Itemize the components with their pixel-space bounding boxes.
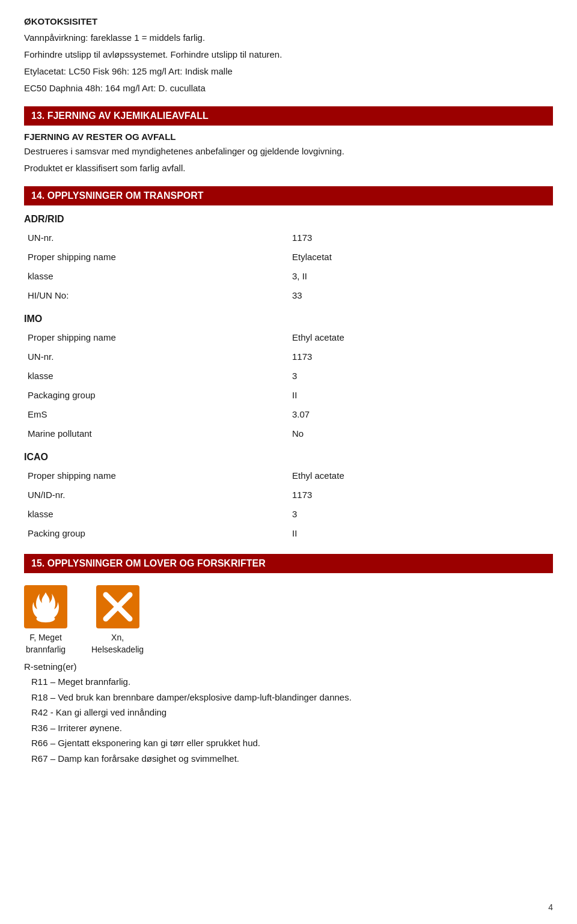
ecotox-line-1: Vannpåvirkning: fareklasse 1 = middels f…: [24, 31, 553, 45]
section13-body2: Produktet er klassifisert som farlig avf…: [24, 161, 553, 175]
row-label: Proper shipping name: [24, 466, 288, 485]
row-label: HI/UN No:: [24, 286, 288, 305]
row-value: No: [288, 424, 553, 443]
section13-header: 13. FJERNING AV KJEMIKALIEAVFALL: [24, 106, 553, 126]
table-row: EmS3.07: [24, 405, 553, 424]
row-value: Ethyl acetate: [288, 328, 553, 347]
section15-header: 15. OPPLYSNINGER OM LOVER OG FORSKRIFTER: [24, 554, 553, 573]
hazard-icons-row: F, Meget brannfarlig Xn, Helseskadelig: [24, 585, 553, 655]
row-value: 3: [288, 505, 553, 524]
row-label: Marine pollutant: [24, 424, 288, 443]
r-setning-item: R67 – Damp kan forårsake døsighet og svi…: [31, 751, 553, 767]
table-row: Proper shipping nameEthyl acetate: [24, 328, 553, 347]
row-value: II: [288, 524, 553, 543]
table-row: klasse3, II: [24, 267, 553, 286]
row-value: 3.07: [288, 405, 553, 424]
r-setning-item: R18 – Ved bruk kan brennbare damper/eksp…: [31, 690, 553, 705]
section13-body1: Destrueres i samsvar med myndighetenes a…: [24, 144, 553, 159]
row-label: Proper shipping name: [24, 248, 288, 267]
row-label: EmS: [24, 405, 288, 424]
r-setning-block: R-setning(er) R11 – Meget brannfarlig.R1…: [24, 661, 553, 766]
row-value: 33: [288, 286, 553, 305]
row-value: II: [288, 386, 553, 405]
row-label: Packaging group: [24, 386, 288, 405]
table-row: Proper shipping nameEtylacetat: [24, 248, 553, 267]
table-row: UN-nr.1173: [24, 228, 553, 248]
r-setning-list: R11 – Meget brannfarlig.R18 – Ved bruk k…: [24, 674, 553, 766]
flammable-icon: [24, 585, 67, 628]
r-setning-item: R11 – Meget brannfarlig.: [31, 674, 553, 690]
ecotox-line-4: EC50 Daphnia 48h: 164 mg/l Art: D. cucul…: [24, 81, 553, 96]
ecotoxicity-block: ØKOTOKSISITET Vannpåvirkning: fareklasse…: [24, 14, 553, 96]
section14-header: 14. OPPLYSNINGER OM TRANSPORT: [24, 186, 553, 205]
ecotoxicity-title: ØKOTOKSISITET: [24, 14, 553, 28]
row-label: Proper shipping name: [24, 328, 288, 347]
row-value: Etylacetat: [288, 248, 553, 267]
adr-table: UN-nr.1173Proper shipping nameEtylacetat…: [24, 228, 553, 305]
section13-subtitle: FJERNING AV RESTER OG AVFALL: [24, 132, 553, 142]
table-row: HI/UN No:33: [24, 286, 553, 305]
row-label: UN-nr.: [24, 347, 288, 366]
row-label: klasse: [24, 267, 288, 286]
table-row: UN/ID-nr.1173: [24, 485, 553, 505]
r-setning-item: R36 – Irriterer øynene.: [31, 720, 553, 736]
icao-table: Proper shipping nameEthyl acetateUN/ID-n…: [24, 466, 553, 543]
imo-table: Proper shipping nameEthyl acetateUN-nr.1…: [24, 328, 553, 443]
row-value: 3: [288, 366, 553, 386]
table-row: klasse3: [24, 505, 553, 524]
row-label: UN-nr.: [24, 228, 288, 248]
hazard-flammable-label: F, Meget brannfarlig: [26, 632, 66, 655]
row-label: Packing group: [24, 524, 288, 543]
row-label: klasse: [24, 505, 288, 524]
imo-title: IMO: [24, 314, 553, 324]
row-value: 1173: [288, 228, 553, 248]
table-row: klasse3: [24, 366, 553, 386]
row-value: 1173: [288, 485, 553, 505]
hazard-harmful-label: Xn, Helseskadelig: [91, 632, 144, 655]
r-setning-title: R-setning(er): [24, 661, 553, 672]
harmful-icon: [96, 585, 139, 628]
table-row: Packing groupII: [24, 524, 553, 543]
ecotox-line-2: Forhindre utslipp til avløpssystemet. Fo…: [24, 47, 553, 62]
table-row: Proper shipping nameEthyl acetate: [24, 466, 553, 485]
row-value: 1173: [288, 347, 553, 366]
row-value: Ethyl acetate: [288, 466, 553, 485]
r-setning-item: R42 - Kan gi allergi ved innånding: [31, 705, 553, 720]
row-label: UN/ID-nr.: [24, 485, 288, 505]
row-label: klasse: [24, 366, 288, 386]
table-row: Marine pollutantNo: [24, 424, 553, 443]
table-row: Packaging groupII: [24, 386, 553, 405]
icao-title: ICAO: [24, 452, 553, 463]
ecotox-line-3: Etylacetat: LC50 Fisk 96h: 125 mg/l Art:…: [24, 64, 553, 79]
hazard-flammable-block: F, Meget brannfarlig: [24, 585, 67, 655]
adr-title: ADR/RID: [24, 214, 553, 225]
table-row: UN-nr.1173: [24, 347, 553, 366]
r-setning-item: R66 – Gjentatt eksponering kan gi tørr e…: [31, 735, 553, 751]
hazard-harmful-block: Xn, Helseskadelig: [91, 585, 144, 655]
row-value: 3, II: [288, 267, 553, 286]
